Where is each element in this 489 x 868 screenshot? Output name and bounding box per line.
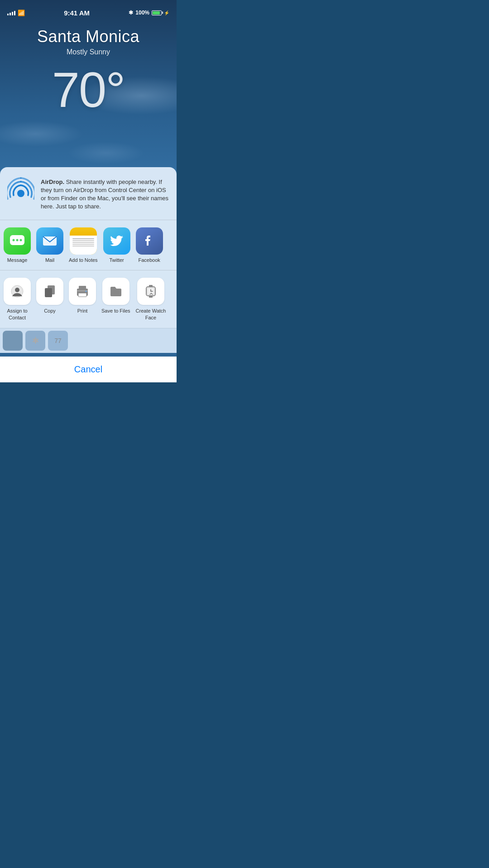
charging-icon: ⚡ [164, 10, 169, 15]
thumb-3: 77 [48, 331, 68, 351]
share-app-message[interactable]: Message [4, 227, 31, 263]
city-name: Santa Monica [0, 27, 177, 46]
facebook-label: Facebook [138, 257, 160, 263]
action-watch-face[interactable]: Create WatchFace [136, 278, 166, 321]
share-panel: AirDrop. Share instantly with people nea… [0, 167, 177, 353]
mail-icon [36, 227, 63, 255]
signal-icon [7, 10, 15, 15]
thumbnail-strip: ✱ 77 [0, 328, 177, 353]
share-app-notes[interactable]: Add to Notes [69, 227, 98, 263]
bluetooth-icon: ✱ [129, 10, 133, 16]
svg-rect-12 [79, 286, 86, 289]
notes-icon [70, 227, 97, 255]
wifi-icon: 📶 [18, 10, 25, 16]
assign-contact-icon [4, 278, 31, 305]
twitter-label: Twitter [109, 257, 124, 263]
status-time: 9:41 AM [64, 9, 90, 17]
action-save-files[interactable]: Save to Files [101, 278, 130, 321]
status-bar: 📶 9:41 AM ✱ 100% ⚡ [0, 0, 177, 20]
save-files-icon [102, 278, 129, 305]
action-copy[interactable]: Copy [36, 278, 63, 321]
cancel-button[interactable]: Cancel [0, 357, 177, 382]
svg-rect-13 [78, 293, 86, 297]
thumb-1 [3, 331, 23, 351]
action-assign-contact[interactable]: Assign toContact [4, 278, 31, 321]
svg-rect-10 [45, 288, 52, 297]
status-right: ✱ 100% ⚡ [129, 10, 169, 16]
notes-label: Add to Notes [69, 257, 98, 263]
battery-icon [152, 10, 162, 15]
status-left: 📶 [7, 10, 25, 16]
svg-point-8 [15, 288, 19, 292]
message-icon [4, 227, 31, 255]
actions-row: Assign toContact Copy [0, 270, 177, 328]
assign-contact-label: Assign toContact [7, 308, 27, 321]
airdrop-title: AirDrop. [41, 178, 64, 185]
battery-percent: 100% [135, 10, 149, 16]
action-print[interactable]: Print [69, 278, 96, 321]
svg-point-3 [16, 239, 19, 241]
mail-label: Mail [45, 257, 54, 263]
temperature: 70° [0, 61, 177, 118]
print-label: Print [77, 308, 88, 314]
print-icon [69, 278, 96, 305]
thumb-2: ✱ [25, 331, 45, 351]
svg-point-4 [20, 239, 22, 241]
copy-icon [36, 278, 63, 305]
share-app-mail[interactable]: Mail [36, 227, 63, 263]
airdrop-section: AirDrop. Share instantly with people nea… [0, 167, 177, 221]
weather-condition: Mostly Sunny [0, 48, 177, 56]
watch-face-icon [137, 278, 164, 305]
share-sheet: AirDrop. Share instantly with people nea… [0, 167, 177, 382]
svg-point-15 [86, 291, 87, 292]
share-app-twitter[interactable]: Twitter [103, 227, 130, 263]
facebook-icon [136, 227, 163, 255]
airdrop-icon [7, 176, 34, 203]
save-files-label: Save to Files [101, 308, 130, 314]
svg-point-2 [13, 239, 15, 241]
airdrop-description: AirDrop. Share instantly with people nea… [41, 176, 169, 211]
message-label: Message [7, 257, 28, 263]
copy-label: Copy [44, 308, 56, 314]
twitter-icon [103, 227, 130, 255]
svg-point-0 [17, 190, 24, 197]
share-app-facebook[interactable]: Facebook [136, 227, 163, 263]
watch-face-label: Create WatchFace [136, 308, 166, 321]
app-row: Message Mail [0, 220, 177, 270]
